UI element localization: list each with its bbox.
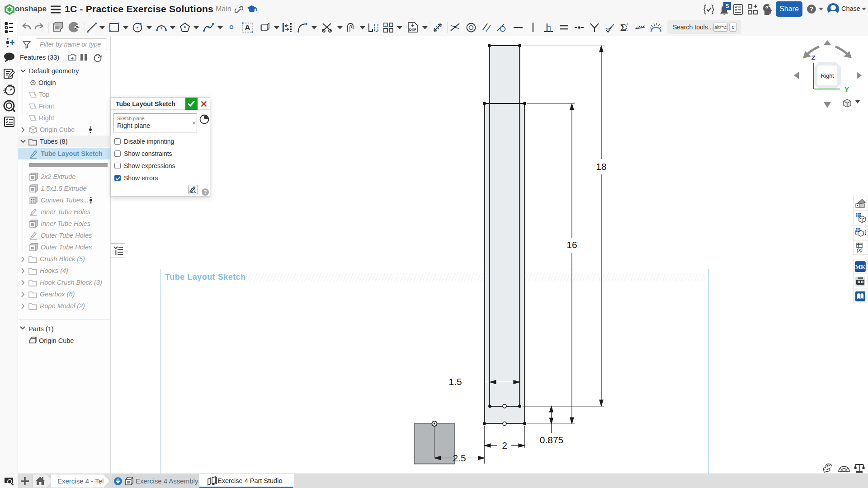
svg-text:Inner Tube Holes: Inner Tube Holes	[41, 208, 90, 216]
svg-text:2.5: 2.5	[453, 453, 466, 463]
svg-text:Parts (1): Parts (1)	[28, 325, 54, 333]
svg-text:16: 16	[566, 239, 577, 250]
svg-text:0.875: 0.875	[540, 435, 564, 445]
svg-text:MK: MK	[855, 263, 866, 270]
svg-text:Origin Cube: Origin Cube	[39, 337, 74, 344]
svg-text:18: 18	[596, 161, 606, 172]
svg-text:2: 2	[502, 440, 507, 450]
svg-text:DXF: DXF	[409, 28, 416, 32]
svg-text:Hook Crush Block (3): Hook Crush Block (3)	[40, 279, 102, 286]
svg-text:Outer Tube Holes: Outer Tube Holes	[41, 232, 92, 239]
svg-text:Rope Model (2): Rope Model (2)	[40, 302, 85, 310]
svg-text:Convert Tubes ...: Convert Tubes ...	[41, 197, 90, 204]
svg-text:(x): (x)	[857, 247, 863, 253]
svg-text:2x2 Extrude: 2x2 Extrude	[40, 173, 75, 180]
svg-text:Crush Block (5): Crush Block (5)	[40, 255, 85, 263]
svg-text:Right: Right	[39, 114, 54, 122]
svg-text:Z: Z	[811, 54, 815, 61]
svg-text:Gearbox (6): Gearbox (6)	[40, 291, 75, 298]
svg-text:Inner Tube Holes: Inner Tube Holes	[41, 220, 90, 227]
svg-text:Outer Tube Holes: Outer Tube Holes	[41, 244, 92, 251]
svg-text:A: A	[245, 23, 250, 32]
svg-text:Right: Right	[821, 73, 834, 79]
svg-text:Σ: Σ	[620, 23, 626, 33]
svg-text:Top: Top	[39, 91, 49, 98]
svg-text:1.5: 1.5	[448, 376, 462, 387]
svg-text:Tubes (8): Tubes (8)	[40, 138, 68, 145]
svg-text:Default geometry: Default geometry	[29, 67, 79, 75]
svg-text:Front: Front	[39, 103, 54, 110]
svg-text:Hooks (4): Hooks (4)	[40, 267, 68, 274]
svg-text:Y: Y	[844, 85, 849, 93]
svg-text:Tube Layout Sketch: Tube Layout Sketch	[41, 150, 103, 157]
svg-text:Origin: Origin	[38, 79, 56, 86]
svg-text:1.5x1.5 Extrude: 1.5x1.5 Extrude	[41, 185, 87, 192]
svg-text:Origin Cube: Origin Cube	[40, 126, 75, 133]
